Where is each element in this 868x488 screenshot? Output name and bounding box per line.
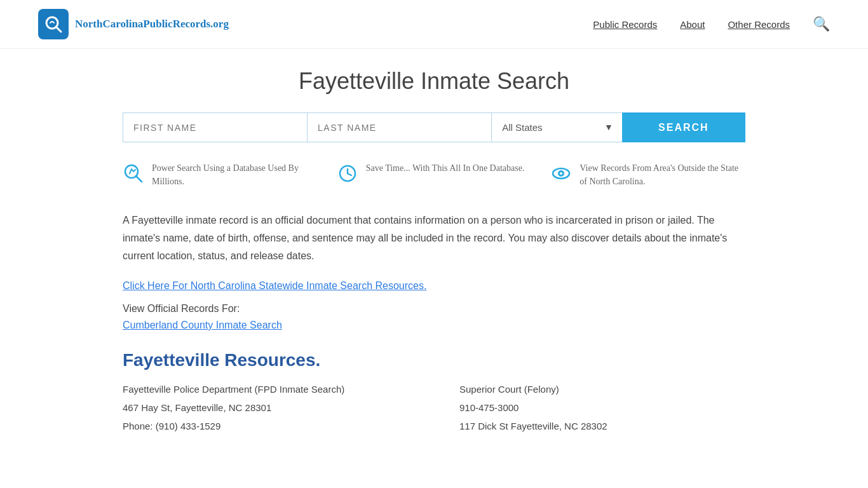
county-inmate-search-link[interactable]: Cumberland County Inmate Search (123, 320, 282, 330)
first-name-input[interactable] (123, 112, 307, 142)
svg-line-3 (136, 176, 142, 182)
view-official-label: View Official Records For: (123, 303, 745, 315)
resource-col2-row3: 117 Dick St Fayetteville, NC 28302 (459, 419, 745, 433)
feature-view-records: View Records From Area's Outside the Sta… (550, 161, 745, 189)
search-nav-icon[interactable]: 🔍 (813, 16, 830, 32)
resource-col2-row1: Superior Court (Felony) (459, 382, 745, 396)
save-time-text: Save Time... With This All In One Databa… (366, 161, 525, 175)
body-paragraph: A Fayetteville inmate record is an offic… (123, 212, 745, 265)
site-header: NorthCarolinaPublicRecords.org Public Re… (0, 0, 868, 49)
logo-icon (38, 9, 69, 39)
view-records-text: View Records From Area's Outside the Sta… (580, 161, 745, 188)
nav-about[interactable]: About (680, 19, 705, 30)
feature-power-search: Power Search Using a Database Used By Mi… (123, 161, 318, 189)
last-name-input[interactable] (307, 112, 491, 142)
resource-col1-row2: 467 Hay St, Fayetteville, NC 28301 (123, 400, 409, 415)
resource-col1-row3: Phone: (910) 433-1529 (123, 419, 409, 433)
state-select[interactable]: All States Alabama Alaska Arizona Arkans… (491, 112, 622, 142)
search-button[interactable]: SEARCH (622, 112, 745, 142)
main-content: Fayetteville Inmate Search All States Al… (85, 49, 783, 471)
main-nav: Public Records About Other Records 🔍 (593, 16, 830, 32)
svg-line-6 (348, 173, 351, 175)
eye-icon (550, 163, 572, 189)
svg-point-9 (560, 172, 562, 175)
resource-col1-row1: Fayetteville Police Department (FPD Inma… (123, 382, 409, 396)
page-title: Fayetteville Inmate Search (123, 68, 745, 95)
feature-save-time: Save Time... With This All In One Databa… (337, 161, 532, 189)
statewide-search-link[interactable]: Click Here For North Carolina Statewide … (123, 280, 426, 291)
svg-line-1 (56, 27, 61, 32)
power-search-text: Power Search Using a Database Used By Mi… (152, 161, 318, 188)
features-container: Power Search Using a Database Used By Mi… (123, 161, 745, 189)
resources-title: Fayetteville Resources. (123, 350, 745, 370)
power-search-icon (123, 163, 144, 189)
state-select-wrapper: All States Alabama Alaska Arizona Arkans… (491, 112, 622, 142)
clock-icon (337, 163, 358, 189)
resources-grid: Fayetteville Police Department (FPD Inma… (123, 382, 745, 433)
nav-public-records[interactable]: Public Records (593, 19, 657, 30)
resource-col2-row2: 910-475-3000 (459, 400, 745, 415)
nav-other-records[interactable]: Other Records (728, 19, 790, 30)
logo-area[interactable]: NorthCarolinaPublicRecords.org (38, 9, 229, 39)
search-row: All States Alabama Alaska Arizona Arkans… (123, 112, 745, 142)
logo-text[interactable]: NorthCarolinaPublicRecords.org (75, 18, 229, 30)
